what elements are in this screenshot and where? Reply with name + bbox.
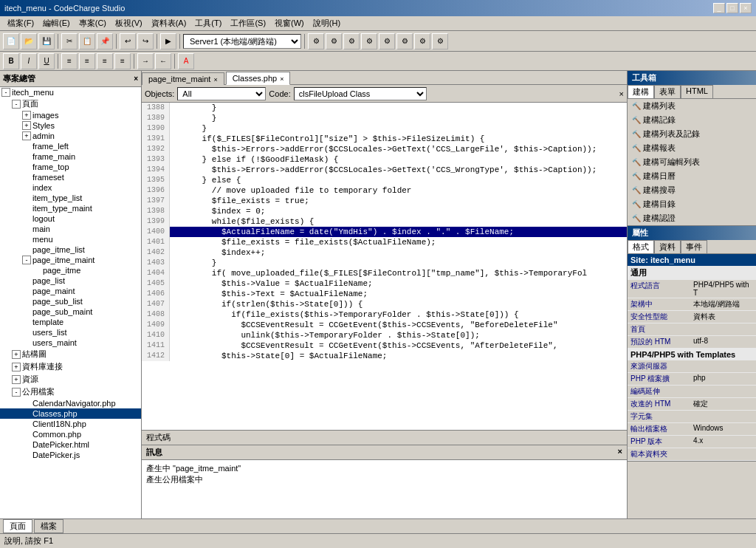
tree-item[interactable]: logout	[0, 213, 141, 224]
line-content[interactable]: if($_FILES[$FileControl]["size"] > $this…	[170, 134, 627, 144]
prop-val[interactable]	[693, 411, 753, 422]
maximize-button[interactable]: □	[726, 3, 738, 13]
menu-item-資料表(A)[interactable]: 資料表(A)	[147, 16, 191, 30]
toolbox-item[interactable]: 🔨建構搜尋	[628, 183, 756, 197]
tree-item[interactable]: page_sub_maint	[0, 306, 141, 317]
cut-btn[interactable]: ✂	[61, 33, 78, 49]
tree-item[interactable]: +admin	[0, 131, 141, 141]
tree-item[interactable]: item_type_maint	[0, 203, 141, 213]
tree-area[interactable]: -itech_menu -頁面 +images +Styles +admin f…	[0, 87, 141, 518]
bold-btn[interactable]: B	[3, 53, 19, 69]
line-content[interactable]: // move uploaded file to temporary folde…	[170, 185, 627, 196]
line-content[interactable]: $this->Value = $ActualFileName;	[170, 278, 627, 289]
tree-item[interactable]: -頁面	[0, 97, 141, 110]
toolbox-item[interactable]: 🔨建構列表及記錄	[628, 127, 756, 141]
line-content[interactable]: $this->Errors->addError($CCSLocales->Get…	[170, 165, 627, 175]
paste-btn[interactable]: 📌	[97, 33, 113, 49]
tree-expand-btn[interactable]: +	[12, 375, 21, 384]
toolbox-tab[interactable]: 表單	[654, 85, 681, 98]
menu-item-專案(C)[interactable]: 專案(C)	[75, 16, 111, 30]
tree-item[interactable]: frameset	[0, 172, 141, 182]
tab-close-btn[interactable]: ×	[213, 76, 217, 83]
prop-val[interactable]: 本地端/網路端	[693, 299, 753, 309]
prop-val[interactable]	[693, 386, 753, 397]
toolbox-item[interactable]: 🔨建構目錄	[628, 197, 756, 211]
toolbox-item[interactable]: 🔨建構報表	[628, 141, 756, 155]
line-content[interactable]: }	[170, 123, 627, 134]
align-right-btn[interactable]: ≡	[97, 53, 113, 69]
line-content[interactable]: $this->State[0] = $ActualFileName;	[170, 351, 627, 361]
tree-item[interactable]: page_sub_list	[0, 296, 141, 306]
prop-val[interactable]: 確定	[693, 399, 753, 409]
run-btn[interactable]: ▶	[160, 33, 176, 49]
objects-dropdown[interactable]: All	[177, 87, 266, 100]
align-left-btn[interactable]: ≡	[61, 53, 78, 69]
tree-expand-btn[interactable]: +	[22, 131, 31, 140]
tree-item[interactable]: item_type_list	[0, 193, 141, 203]
tree-expand-btn[interactable]: +	[22, 111, 31, 120]
toolbox-item[interactable]: 🔨建構記錄	[628, 113, 756, 127]
gen-btn[interactable]: ⚙	[308, 33, 324, 49]
tree-item[interactable]: DatePicker.js	[0, 450, 141, 460]
code-dropdown[interactable]: clsFileUpload Class	[294, 87, 427, 100]
save-btn[interactable]: 💾	[38, 33, 55, 49]
line-content[interactable]: if( move_uploaded_file($_FILES[$FileCont…	[170, 268, 627, 278]
editor-tab[interactable]: Classes.php×	[226, 72, 291, 85]
line-content[interactable]: $CCSEventResult = CCGetEvent($this->CCSE…	[170, 320, 627, 330]
tab-close-btn[interactable]: ×	[280, 75, 284, 83]
tree-item[interactable]: main	[0, 224, 141, 234]
tree-item[interactable]: +Styles	[0, 120, 141, 131]
color-btn[interactable]: A	[178, 53, 194, 69]
tree-item[interactable]: page_list	[0, 275, 141, 286]
line-content[interactable]: $this->Errors->addError($CCSLocales->Get…	[170, 144, 627, 154]
prop-val[interactable]	[693, 324, 753, 335]
explorer-close-btn[interactable]: ×	[134, 75, 138, 83]
menu-item-說明(H)[interactable]: 說明(H)	[309, 16, 345, 30]
tree-expand-btn[interactable]: +	[22, 121, 31, 130]
close-editor-btn[interactable]: ×	[619, 89, 624, 98]
prop-val[interactable]: 資料表	[693, 312, 753, 322]
prop-val[interactable]: utf-8	[693, 337, 753, 347]
line-content[interactable]: $ActualFileName = date("YmdHis") . $inde…	[170, 227, 627, 237]
gen6-btn[interactable]: ⚙	[396, 33, 413, 49]
align-center-btn[interactable]: ≡	[79, 53, 95, 69]
tree-item[interactable]: Common.php	[0, 429, 141, 439]
prop-val[interactable]: PHP4/PHP5 with T	[693, 281, 753, 297]
tree-item[interactable]: -itech_menu	[0, 87, 141, 97]
message-close-btn[interactable]: ×	[618, 447, 622, 458]
tree-item[interactable]: menu	[0, 234, 141, 244]
tree-item[interactable]: frame_left	[0, 141, 141, 151]
line-content[interactable]: $this->Text = $ActualFileName;	[170, 289, 627, 299]
tree-expand-btn[interactable]: -	[22, 256, 31, 264]
prop-val[interactable]: 4.x	[693, 436, 753, 447]
tree-expand-btn[interactable]: -	[1, 88, 10, 97]
menu-item-視窗(W)[interactable]: 視窗(W)	[270, 16, 309, 30]
menu-item-工作區(S)[interactable]: 工作區(S)	[226, 16, 270, 30]
line-content[interactable]: while($file_exists) {	[170, 216, 627, 227]
tree-item[interactable]: +資料庫連接	[0, 360, 141, 373]
line-content[interactable]: if(file_exists($this->TemporaryFolder . …	[170, 309, 627, 320]
toolbox-item[interactable]: 🔨建構列表	[628, 99, 756, 113]
new-btn[interactable]: 📄	[3, 33, 19, 49]
gen8-btn[interactable]: ⚙	[432, 33, 448, 49]
undo-btn[interactable]: ↩	[120, 33, 136, 49]
line-content[interactable]: }	[170, 103, 627, 113]
line-content[interactable]: }	[170, 258, 627, 268]
tree-item[interactable]: -page_itme_maint	[0, 255, 141, 265]
tree-item[interactable]: page_itme	[0, 265, 141, 275]
tree-item[interactable]: index	[0, 182, 141, 193]
line-content[interactable]: $index++;	[170, 247, 627, 258]
redo-btn[interactable]: ↪	[137, 33, 154, 49]
line-content[interactable]: } else {	[170, 175, 627, 185]
line-content[interactable]: } else if (!$GoodFileMask) {	[170, 154, 627, 165]
gen5-btn[interactable]: ⚙	[379, 33, 395, 49]
indent-btn[interactable]: →	[137, 53, 154, 69]
toolbox-item[interactable]: 🔨建構可編輯列表	[628, 155, 756, 169]
line-content[interactable]: $CCSEventResult = CCGetEvent($this->CCSE…	[170, 340, 627, 351]
menu-item-編輯(E)[interactable]: 編輯(E)	[38, 16, 75, 30]
underline-btn[interactable]: U	[38, 53, 55, 69]
bottom-tab[interactable]: 檔案	[34, 519, 63, 533]
menu-item-工具(T)[interactable]: 工具(T)	[190, 16, 226, 30]
close-button[interactable]: ×	[740, 3, 752, 13]
open-btn[interactable]: 📂	[21, 33, 37, 49]
